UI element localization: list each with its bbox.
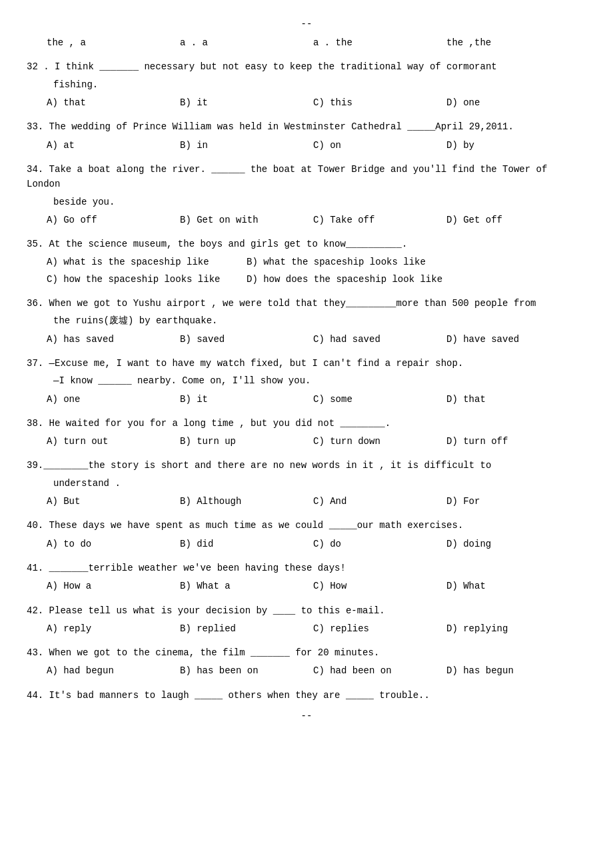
q35-option-b: B) what the spaceship looks like — [247, 254, 446, 271]
q33-option-a: A) at — [47, 137, 180, 154]
q32-option-c: C) this — [313, 95, 446, 111]
q39-option-b: B) Although — [180, 493, 313, 510]
q37-option-c: C) some — [313, 391, 446, 408]
option-b: a . a — [180, 35, 313, 51]
question-36-text: 36. When we got to Yushu airport , we we… — [27, 296, 586, 311]
q39-option-a: A) But — [47, 493, 180, 510]
q38-option-b: B) turn up — [180, 433, 313, 450]
q34-option-a: A) Go off — [47, 212, 180, 229]
q42-option-b: B) replied — [180, 621, 313, 637]
question-37: 37. —Excuse me, I want to have my watch … — [27, 356, 586, 408]
q33-option-b: B) in — [180, 137, 313, 154]
question-38-text: 38. He waited for you for a long time , … — [27, 416, 586, 431]
q37-option-b: B) it — [180, 391, 313, 408]
q32-option-a: A) that — [47, 95, 180, 111]
q33-option-c: C) on — [313, 137, 446, 154]
q34-option-d: D) Get off — [446, 212, 580, 229]
question-34-options: A) Go off B) Get on with C) Take off D) … — [27, 212, 586, 229]
q40-option-d: D) doing — [446, 536, 580, 553]
q43-option-a: A) had begun — [47, 663, 180, 679]
q34-option-c: C) Take off — [313, 212, 446, 229]
question-35-text: 35. At the science museum, the boys and … — [27, 237, 586, 251]
question-40-text: 40. These days we have spent as much tim… — [27, 518, 586, 533]
q42-option-a: A) reply — [47, 621, 180, 637]
question-39-options: A) But B) Although C) And D) For — [27, 493, 586, 510]
page-divider-bottom: -- — [27, 711, 586, 721]
question-43-text: 43. When we got to the cinema, the film … — [27, 645, 586, 660]
question-36-options: A) has saved B) saved C) had saved D) ha… — [27, 331, 586, 348]
q41-option-a: A) How a — [47, 578, 180, 595]
question-32-text2: fishing. — [27, 77, 586, 92]
question-44-text: 44. It's bad manners to laugh _____ othe… — [27, 688, 586, 703]
question-35: 35. At the science museum, the boys and … — [27, 237, 586, 288]
question-33-text: 33. The wedding of Prince William was he… — [27, 119, 586, 134]
q40-option-c: C) do — [313, 536, 446, 553]
q36-option-d: D) have saved — [446, 331, 580, 348]
q34-option-b: B) Get on with — [180, 212, 313, 229]
q33-option-d: D) by — [446, 137, 580, 154]
q36-option-c: C) had saved — [313, 331, 446, 348]
question-32-text: 32 . I think _______ necessary but not e… — [27, 59, 586, 74]
question-38: 38. He waited for you for a long time , … — [27, 416, 586, 451]
page-divider-top: -- — [27, 19, 586, 29]
option-c: a . the — [313, 35, 446, 51]
question-38-options: A) turn out B) turn up C) turn down D) t… — [27, 433, 586, 450]
question-43: 43. When we got to the cinema, the film … — [27, 645, 586, 680]
q39-option-c: C) And — [313, 493, 446, 510]
question-43-options: A) had begun B) has been on C) had been … — [27, 663, 586, 679]
q36-option-a: A) has saved — [47, 331, 180, 348]
question-42: 42. Please tell us what is your decision… — [27, 603, 586, 638]
question-39-text: 39.________the story is short and there … — [27, 458, 586, 473]
question-34-text2: beside you. — [27, 195, 586, 209]
option-d: the ,the — [446, 35, 580, 51]
question-37-options: A) one B) it C) some D) that — [27, 391, 586, 408]
q35-option-a: A) what is the spaceship like — [47, 254, 247, 271]
question-32: 32 . I think _______ necessary but not e… — [27, 59, 586, 111]
q41-option-c: C) How — [313, 578, 446, 595]
q42-option-c: C) replies — [313, 621, 446, 637]
question-41: 41. _______terrible weather we've been h… — [27, 561, 586, 595]
q42-option-d: D) replying — [446, 621, 580, 637]
q41-option-b: B) What a — [180, 578, 313, 595]
q35-option-c: C) how the spaceship looks like — [47, 271, 247, 288]
question-37-text: 37. —Excuse me, I want to have my watch … — [27, 356, 586, 371]
question-39: 39.________the story is short and there … — [27, 458, 586, 510]
q38-option-c: C) turn down — [313, 433, 446, 450]
q38-option-a: A) turn out — [47, 433, 180, 450]
question-39-text2: understand . — [27, 476, 586, 491]
question-33: 33. The wedding of Prince William was he… — [27, 119, 586, 154]
question-41-text: 41. _______terrible weather we've been h… — [27, 561, 586, 575]
question-32-options: A) that B) it C) this D) one — [27, 95, 586, 111]
q37-option-a: A) one — [47, 391, 180, 408]
prev-options-row: the , a a . a a . the the ,the — [27, 35, 586, 51]
q40-option-a: A) to do — [47, 536, 180, 553]
question-40: 40. These days we have spent as much tim… — [27, 518, 586, 553]
question-33-options: A) at B) in C) on D) by — [27, 137, 586, 154]
question-34-text: 34. Take a boat along the river. ______ … — [27, 162, 586, 192]
q32-option-b: B) it — [180, 95, 313, 111]
q32-option-d: D) one — [446, 95, 580, 111]
q38-option-d: D) turn off — [446, 433, 580, 450]
question-36-text2: the ruins(废墟) by earthquake. — [27, 313, 586, 328]
question-40-options: A) to do B) did C) do D) doing — [27, 536, 586, 553]
q39-option-d: D) For — [446, 493, 580, 510]
question-36: 36. When we got to Yushu airport , we we… — [27, 296, 586, 348]
q43-option-b: B) has been on — [180, 663, 313, 679]
option-a: the , a — [47, 35, 180, 51]
question-42-text: 42. Please tell us what is your decision… — [27, 603, 586, 618]
question-44: 44. It's bad manners to laugh _____ othe… — [27, 688, 586, 703]
question-37-text2: —I know ______ nearby. Come on, I'll sho… — [27, 373, 586, 388]
question-41-options: A) How a B) What a C) How D) What — [27, 578, 586, 595]
q35-option-d: D) how does the spaceship look like — [247, 271, 449, 288]
question-35-options: A) what is the spaceship like B) what th… — [27, 254, 586, 287]
q40-option-b: B) did — [180, 536, 313, 553]
question-42-options: A) reply B) replied C) replies D) replyi… — [27, 621, 586, 637]
q36-option-b: B) saved — [180, 331, 313, 348]
q43-option-d: D) has begun — [446, 663, 580, 679]
question-34: 34. Take a boat along the river. ______ … — [27, 162, 586, 229]
q43-option-c: C) had been on — [313, 663, 446, 679]
q41-option-d: D) What — [446, 578, 580, 595]
q37-option-d: D) that — [446, 391, 580, 408]
